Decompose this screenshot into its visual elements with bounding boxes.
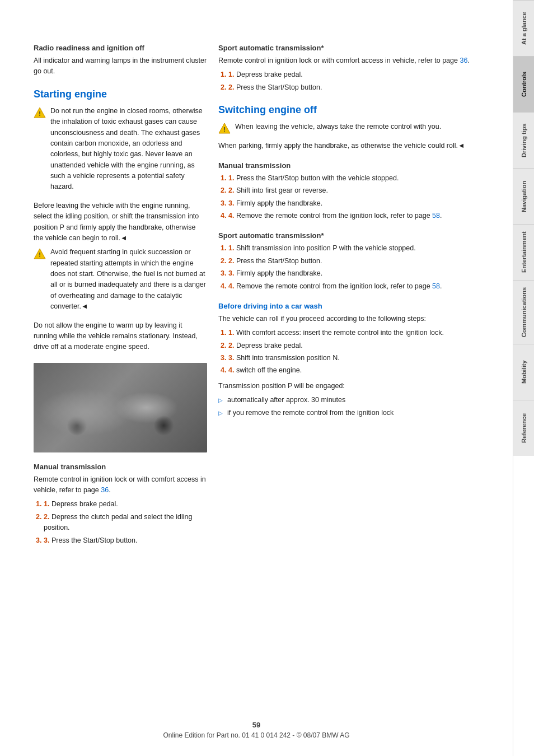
step-item: 3. Firmly apply the handbrake. bbox=[228, 268, 502, 279]
manual-off-page-ref[interactable]: 58 bbox=[432, 212, 440, 220]
switching-off-body: When parking, firmly apply the handbrake… bbox=[218, 141, 502, 151]
warning-block-1: ! Do not run the engine in closed rooms,… bbox=[34, 106, 207, 196]
switching-engine-off-section: Switching engine off ! When leaving the … bbox=[218, 104, 502, 151]
sport-automatic-start-section: Sport automatic transmission* Remote con… bbox=[218, 44, 502, 93]
right-column: Sport automatic transmission* Remote con… bbox=[218, 34, 502, 734]
radio-readiness-section: Radio readiness and ignition off All ind… bbox=[34, 44, 207, 77]
warning-block-2: ! Avoid frequent starting in quick succe… bbox=[34, 247, 207, 315]
sport-off-page-ref[interactable]: 58 bbox=[432, 282, 440, 290]
switching-off-warning-block: ! When leaving the vehicle, always take … bbox=[218, 122, 502, 136]
engine-image bbox=[34, 363, 207, 452]
car-image-placeholder bbox=[34, 363, 207, 452]
radio-readiness-title: Radio readiness and ignition off bbox=[34, 44, 207, 52]
starting-engine-body2: Do not allow the engine to warm up by le… bbox=[34, 320, 207, 353]
starting-engine-title: Starting engine bbox=[34, 88, 207, 100]
sidebar-tab-reference[interactable]: Reference bbox=[513, 400, 534, 456]
step-item: 2. Press the Start/Stop button. bbox=[228, 82, 502, 93]
before-carwash-steps: 1. With comfort access: insert the remot… bbox=[228, 328, 502, 376]
step-item: 1. Shift transmission into position P wi… bbox=[228, 243, 502, 254]
warning-icon-1: ! bbox=[34, 106, 46, 119]
sport-automatic-off-section: Sport automatic transmission* 1. Shift t… bbox=[218, 231, 502, 292]
step-item: 4. Remove the remote control from the ig… bbox=[228, 281, 502, 292]
switching-engine-off-title: Switching engine off bbox=[218, 104, 502, 116]
svg-text:!: ! bbox=[223, 126, 226, 133]
warning-icon-3: ! bbox=[218, 122, 231, 134]
manual-transmission-start-title: Manual transmission bbox=[34, 463, 207, 471]
sport-automatic-start-steps: 1. Depress brake pedal. 2. Press the Sta… bbox=[228, 69, 502, 93]
manual-transmission-off-title: Manual transmission bbox=[218, 161, 502, 170]
sport-automatic-start-body: Remote control in ignition lock or with … bbox=[218, 55, 502, 66]
left-column: Radio readiness and ignition off All ind… bbox=[34, 34, 207, 734]
page-footer: 59 Online Edition for Part no. 01 41 0 0… bbox=[0, 721, 513, 739]
starting-engine-body1: Before leaving the vehicle with the engi… bbox=[34, 200, 207, 244]
warning-icon-2: ! bbox=[34, 248, 46, 260]
starting-engine-section: Starting engine ! Do not run the engine … bbox=[34, 88, 207, 353]
sidebar-tab-communications[interactable]: Communications bbox=[513, 280, 534, 344]
step-item: 2. Press the Start/Stop button. bbox=[228, 256, 502, 267]
sport-automatic-off-steps: 1. Shift transmission into position P wi… bbox=[228, 243, 502, 292]
chapter-sidebar: At a glance Controls Driving tips Naviga… bbox=[513, 0, 534, 756]
step-item: 3. Shift into transmission position N. bbox=[228, 353, 502, 363]
footer-text: Online Edition for Part no. 01 41 0 014 … bbox=[163, 731, 349, 739]
step-item: 2. Depress brake pedal. bbox=[228, 340, 502, 351]
before-carwash-body: The vehicle can roll if you proceed acco… bbox=[218, 314, 502, 324]
step-item: 1. Depress brake pedal. bbox=[44, 499, 207, 510]
carwash-transmission-note: Transmission position P will be engaged: bbox=[218, 381, 502, 391]
step-item: 4. switch off the engine. bbox=[228, 365, 502, 376]
svg-text:!: ! bbox=[39, 251, 41, 258]
step-item: 3. Firmly apply the handbrake. bbox=[228, 198, 502, 209]
warning-text-1: Do not run the engine in closed rooms, o… bbox=[50, 106, 207, 193]
manual-transmission-start-steps: 1. Depress brake pedal. 2. Depress the c… bbox=[44, 499, 207, 546]
step-item: 1. With comfort access: insert the remot… bbox=[228, 328, 502, 338]
carwash-bullet-list: automatically after approx. 30 minutes i… bbox=[218, 395, 502, 418]
svg-text:!: ! bbox=[39, 110, 41, 117]
bullet-item: if you remove the remote control from th… bbox=[218, 408, 502, 418]
sport-automatic-off-title: Sport automatic transmission* bbox=[218, 231, 502, 240]
manual-transmission-start-body: Remote control in ignition lock or with … bbox=[34, 474, 207, 496]
manual-transmission-off-section: Manual transmission 1. Press the Start/S… bbox=[218, 161, 502, 222]
page-number: 59 bbox=[0, 721, 513, 729]
step-item: 1. Press the Start/Stop button with the … bbox=[228, 173, 502, 184]
sidebar-tab-controls[interactable]: Controls bbox=[513, 56, 534, 112]
before-carwash-title: Before driving into a car wash bbox=[218, 302, 502, 310]
sidebar-tab-navigation[interactable]: Navigation bbox=[513, 168, 534, 224]
manual-transmission-start-section: Manual transmission Remote control in ig… bbox=[34, 463, 207, 546]
switching-off-warning-text: When leaving the vehicle, always take th… bbox=[235, 122, 441, 132]
manual-transmission-off-steps: 1. Press the Start/Stop button with the … bbox=[228, 173, 502, 222]
sidebar-tab-mobility[interactable]: Mobility bbox=[513, 344, 534, 400]
step-item: 4. Remove the remote control from the ig… bbox=[228, 211, 502, 221]
step-item: 2. Shift into first gear or reverse. bbox=[228, 185, 502, 196]
sport-automatic-start-title: Sport automatic transmission* bbox=[218, 44, 502, 52]
sidebar-tab-driving-tips[interactable]: Driving tips bbox=[513, 112, 534, 168]
sport-automatic-start-page-ref[interactable]: 36 bbox=[460, 57, 467, 64]
sidebar-tab-at-a-glance[interactable]: At a glance bbox=[513, 0, 534, 56]
warning-text-2: Avoid frequent starting in quick success… bbox=[50, 247, 207, 312]
sidebar-tab-entertainment[interactable]: Entertainment bbox=[513, 224, 534, 280]
step-item: 3. Press the Start/Stop button. bbox=[44, 535, 207, 546]
step-item: 2. Depress the clutch pedal and select t… bbox=[44, 512, 207, 534]
step-item: 1. Depress brake pedal. bbox=[228, 69, 502, 80]
manual-transmission-page-ref[interactable]: 36 bbox=[101, 486, 109, 494]
before-carwash-section: Before driving into a car wash The vehic… bbox=[218, 302, 502, 418]
bullet-item: automatically after approx. 30 minutes bbox=[218, 395, 502, 405]
radio-readiness-body: All indicator and warning lamps in the i… bbox=[34, 55, 207, 77]
